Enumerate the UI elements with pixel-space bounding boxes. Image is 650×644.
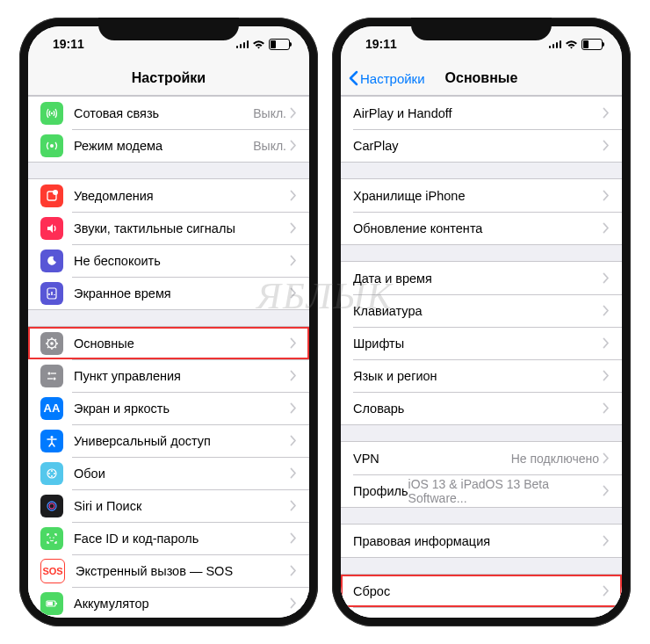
settings-row[interactable]: Шрифты (341, 327, 622, 359)
chevron-right-icon (290, 255, 297, 266)
settings-row[interactable]: SOSЭкстренный вызов — SOS (28, 554, 309, 587)
svg-point-8 (54, 377, 56, 380)
settings-row[interactable]: AirPlay и Handoff (341, 97, 622, 129)
chevron-right-icon (290, 597, 297, 609)
row-label: Универсальный доступ (74, 434, 290, 448)
hotspot-icon (40, 134, 63, 157)
svg-point-12 (54, 473, 55, 474)
battery-icon (269, 39, 290, 50)
screen-left: 19:11 Настройки Сотовая связьВыкл.Режим … (28, 26, 309, 618)
row-label: Face ID и код-пароль (74, 532, 290, 546)
chevron-right-icon (290, 500, 297, 511)
settings-row[interactable]: Уведомления (28, 179, 309, 212)
row-label: Дата и время (353, 271, 603, 286)
page-title: Настройки (132, 70, 206, 86)
settings-row[interactable]: Правовая информация (341, 525, 622, 557)
settings-row[interactable]: Сброс (341, 575, 622, 607)
row-label: Обновление контента (353, 221, 603, 235)
svg-point-16 (49, 503, 54, 509)
chevron-right-icon (603, 485, 610, 496)
back-label: Настройки (360, 71, 425, 86)
svg-point-11 (51, 470, 53, 472)
settings-row[interactable]: VPNНе подключено (341, 442, 622, 474)
settings-row[interactable]: Клавиатура (341, 294, 622, 327)
row-label: Экранное время (74, 286, 290, 300)
chevron-right-icon (603, 222, 610, 234)
settings-row[interactable]: Экранное время (28, 277, 309, 309)
sounds-icon (40, 217, 63, 240)
settings-row[interactable]: Не беспокоить (28, 244, 309, 277)
settings-row[interactable]: AAЭкран и яркость (28, 392, 309, 424)
row-label: Обои (74, 467, 290, 481)
chevron-right-icon (603, 305, 610, 316)
status-time: 19:11 (53, 37, 84, 51)
row-label: AirPlay и Handoff (353, 106, 603, 120)
settings-row[interactable]: Пункт управления (28, 359, 309, 392)
chevron-right-icon (290, 435, 297, 446)
wallpaper-icon (40, 462, 63, 485)
settings-group: СбросВыключить (341, 574, 622, 618)
control-icon (40, 365, 63, 387)
cellular-icon (40, 102, 63, 125)
signal-icon (549, 40, 562, 48)
settings-row[interactable]: Обои (28, 457, 309, 489)
settings-row[interactable]: Face ID и код-пароль (28, 522, 309, 554)
row-label: Правовая информация (353, 534, 603, 548)
settings-row[interactable]: Звуки, тактильные сигналы (28, 212, 309, 244)
chevron-right-icon (290, 370, 297, 381)
settings-row[interactable]: Режим модемаВыкл. (28, 129, 309, 162)
settings-row[interactable]: Обновление контента (341, 212, 622, 244)
chevron-right-icon (290, 565, 297, 576)
dnd-icon (40, 250, 63, 272)
settings-row[interactable]: Выключить (341, 607, 622, 618)
svg-rect-21 (47, 602, 53, 605)
settings-row[interactable]: ПрофильiOS 13 & iPadOS 13 Beta Software.… (341, 474, 622, 507)
settings-list[interactable]: Сотовая связьВыкл.Режим модемаВыкл.Уведо… (28, 96, 309, 618)
settings-row[interactable]: Основные (28, 327, 309, 359)
svg-point-18 (53, 537, 54, 539)
status-indicators (236, 39, 291, 50)
chevron-right-icon (603, 370, 610, 381)
chevron-right-icon (603, 190, 610, 201)
chevron-right-icon (290, 222, 297, 234)
settings-row[interactable]: Дата и время (341, 262, 622, 294)
svg-point-3 (53, 190, 58, 195)
chevron-right-icon (290, 107, 297, 119)
row-label: Уведомления (74, 189, 290, 203)
row-label: Сотовая связь (74, 106, 253, 120)
settings-row[interactable]: Siri и Поиск (28, 489, 309, 522)
sos-icon: SOS (40, 559, 65, 583)
signal-icon (236, 40, 249, 48)
settings-row[interactable]: Словарь (341, 392, 622, 424)
settings-row[interactable]: Язык и регион (341, 359, 622, 392)
back-button[interactable]: Настройки (348, 70, 425, 86)
general-list[interactable]: AirPlay и HandoffCarPlayХранилище iPhone… (341, 96, 622, 618)
display-icon: AA (40, 397, 63, 420)
row-label: CarPlay (353, 139, 603, 153)
chevron-right-icon (290, 532, 297, 544)
row-value: Выкл. (253, 139, 286, 153)
row-label: Клавиатура (353, 304, 603, 318)
wifi-icon (565, 40, 578, 49)
settings-row[interactable]: CarPlay (341, 129, 622, 162)
row-label: Выключить (353, 617, 610, 619)
chevron-right-icon (290, 467, 297, 479)
general-icon (40, 332, 63, 355)
row-label: Аккумулятор (74, 597, 290, 611)
faceid-icon (40, 527, 63, 550)
settings-row[interactable]: Хранилище iPhone (341, 179, 622, 212)
row-value: Не подключено (511, 452, 599, 466)
svg-point-14 (48, 473, 50, 474)
svg-point-9 (51, 436, 54, 438)
settings-group: Сотовая связьВыкл.Режим модемаВыкл. (28, 96, 309, 163)
chevron-right-icon (603, 402, 610, 414)
settings-row[interactable]: Универсальный доступ (28, 424, 309, 457)
settings-row[interactable]: Сотовая связьВыкл. (28, 97, 309, 129)
wifi-icon (252, 40, 265, 49)
navbar: Настройки (28, 62, 309, 96)
chevron-left-icon (348, 70, 358, 86)
row-label: Шрифты (353, 336, 603, 351)
settings-row[interactable]: Аккумулятор (28, 587, 309, 618)
settings-group: Правовая информация (341, 524, 622, 558)
status-indicators (549, 39, 603, 50)
